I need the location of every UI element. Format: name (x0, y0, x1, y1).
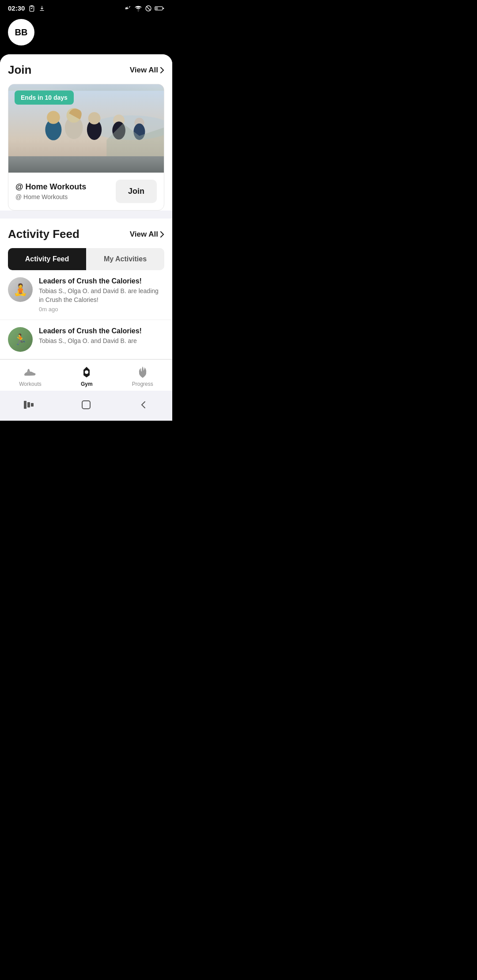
mute-icon (125, 5, 132, 12)
battery-icon (155, 6, 164, 11)
android-home-button[interactable] (78, 397, 94, 413)
nav-label-workouts: Workouts (19, 381, 41, 387)
tab-activity-feed[interactable]: Activity Feed (8, 248, 86, 270)
svg-rect-9 (8, 156, 164, 173)
svg-rect-24 (27, 402, 30, 407)
svg-point-22 (85, 370, 88, 374)
svg-rect-6 (155, 7, 158, 10)
challenge-image: Ends in 10 days (8, 84, 164, 173)
no-signal-icon (145, 5, 152, 12)
feed-item-2: Leaders of Crush the Calories! Tobias S.… (0, 320, 172, 359)
svg-rect-25 (31, 403, 34, 407)
clipboard-icon (28, 5, 35, 12)
feed-desc-2: Tobias S., Olga O. and David B. are (39, 337, 164, 346)
status-bar: 02:30 (0, 0, 172, 15)
join-title: Join (8, 63, 31, 77)
android-back-button[interactable] (136, 397, 151, 413)
svg-rect-23 (24, 401, 26, 409)
avatar-bar: BB (0, 15, 172, 54)
nav-item-workouts[interactable]: Workouts (19, 365, 41, 387)
tab-my-activities[interactable]: My Activities (86, 248, 164, 270)
feed-content-2: Leaders of Crush the Calories! Tobias S.… (39, 327, 164, 347)
chevron-right-icon-2 (160, 231, 164, 237)
feed-avatar-1 (8, 277, 33, 302)
shoe-icon (23, 365, 37, 379)
android-menu-button[interactable] (21, 397, 37, 413)
wifi-icon (134, 5, 142, 11)
download-icon (39, 5, 45, 11)
nav-item-progress[interactable]: Progress (132, 365, 153, 387)
nav-label-progress: Progress (132, 381, 153, 387)
activity-view-all[interactable]: View All (130, 230, 164, 239)
activity-feed-section: Activity Feed View All Activity Feed My … (0, 219, 172, 270)
join-button[interactable]: Join (116, 180, 157, 203)
svg-rect-7 (163, 8, 164, 9)
challenge-name: @ Home Workouts (15, 182, 116, 192)
join-header: Join View All (8, 63, 164, 77)
nav-item-gym[interactable]: Gym (80, 365, 94, 387)
feed-avatar-2 (8, 327, 33, 352)
svg-line-2 (129, 6, 130, 8)
challenge-sub: @ Home Workouts (15, 193, 116, 200)
gym-icon (80, 365, 94, 379)
chevron-right-icon (160, 67, 164, 73)
svg-rect-26 (82, 401, 90, 409)
feed-list: Leaders of Crush the Calories! Tobias S.… (0, 270, 172, 359)
feed-content-1: Leaders of Crush the Calories! Tobias S.… (39, 277, 164, 313)
avatar[interactable]: BB (8, 19, 34, 45)
android-nav-bar (0, 391, 172, 421)
activity-tabs: Activity Feed My Activities (8, 248, 164, 270)
feed-title-2: Leaders of Crush the Calories! (39, 327, 164, 335)
feed-item: Leaders of Crush the Calories! Tobias S.… (0, 270, 172, 320)
status-time: 02:30 (8, 4, 25, 12)
svg-point-14 (47, 111, 60, 124)
challenge-card: Ends in 10 days @ Home Workouts @ Home W… (8, 84, 164, 211)
svg-line-4 (146, 6, 150, 10)
challenge-info: @ Home Workouts @ Home Workouts (15, 182, 116, 200)
bottom-nav: Workouts Gym Progress (0, 359, 172, 391)
fire-icon (136, 365, 150, 379)
challenge-badge: Ends in 10 days (15, 90, 74, 105)
challenge-body: @ Home Workouts @ Home Workouts Join (8, 173, 164, 210)
join-view-all[interactable]: View All (130, 66, 164, 75)
feed-desc-1: Tobias S., Olga O. and David B. are lead… (39, 287, 164, 304)
join-section: Join View All (0, 54, 172, 211)
feed-time-1: 0m ago (39, 306, 164, 313)
feed-title-1: Leaders of Crush the Calories! (39, 277, 164, 285)
activity-feed-title: Activity Feed (8, 227, 80, 241)
nav-label-gym: Gym (81, 381, 93, 387)
main-content: Join View All (0, 54, 172, 421)
activity-feed-header: Activity Feed View All (8, 227, 164, 241)
svg-point-16 (88, 112, 101, 124)
